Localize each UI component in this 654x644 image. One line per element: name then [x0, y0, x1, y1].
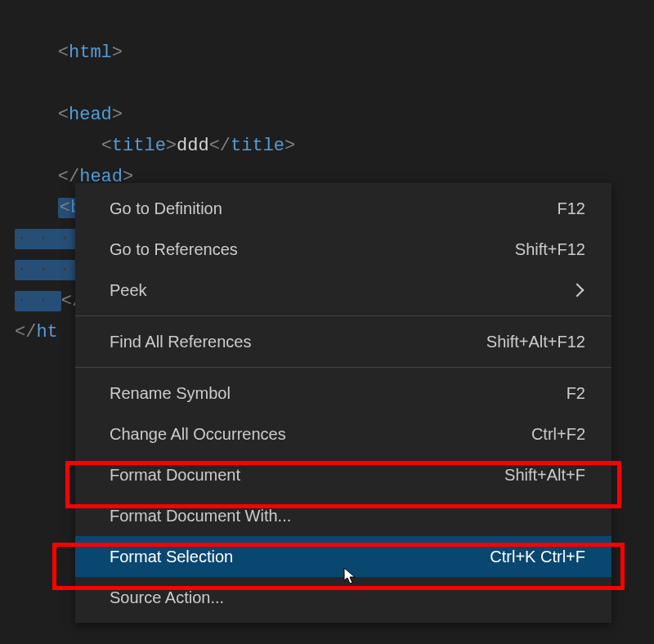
menu-rename-symbol[interactable]: Rename Symbol F2 — [75, 373, 611, 414]
angle-close: > — [166, 136, 177, 156]
menu-shortcut: F12 — [558, 199, 585, 218]
menu-label: Go to References — [110, 240, 238, 259]
menu-label: Rename Symbol — [110, 384, 231, 403]
menu-shortcut: F2 — [567, 384, 585, 403]
angle-close: > — [112, 105, 123, 125]
angle-open: < — [58, 105, 69, 125]
menu-shortcut: Shift+Alt+F — [504, 466, 585, 485]
code-line-3[interactable]: <title>ddd</title> — [0, 131, 654, 162]
tag-html: html — [69, 42, 112, 63]
tag-title: title — [112, 136, 166, 156]
menu-go-to-references[interactable]: Go to References Shift+F12 — [75, 229, 611, 270]
menu-go-to-definition[interactable]: Go to Definition F12 — [75, 188, 611, 229]
menu-shortcut: Ctrl+K Ctrl+F — [490, 548, 585, 566]
menu-label: Format Selection — [110, 548, 233, 566]
angle-open-close: </ — [209, 136, 231, 156]
indent — [15, 198, 58, 218]
menu-find-all-references[interactable]: Find All References Shift+Alt+F12 — [75, 321, 611, 362]
tag-title: title — [231, 136, 284, 156]
tag-head: head — [69, 105, 112, 125]
menu-format-selection[interactable]: Format Selection Ctrl+K Ctrl+F — [75, 536, 611, 577]
menu-shortcut: Shift+F12 — [515, 240, 585, 259]
title-text: ddd — [177, 136, 209, 156]
selection: · · — [15, 291, 61, 311]
angle-close: > — [284, 136, 295, 156]
menu-format-document-with[interactable]: Format Document With... — [75, 495, 611, 536]
menu-change-all-occurrences[interactable]: Change All Occurrences Ctrl+F2 — [75, 414, 611, 454]
menu-label: Go to Definition — [110, 199, 222, 218]
menu-label: Format Document With... — [110, 507, 291, 525]
menu-peek[interactable]: Peek — [75, 270, 611, 311]
menu-label: Change All Occurrences — [110, 425, 286, 444]
chevron-right-icon — [571, 284, 585, 297]
indent — [15, 105, 58, 125]
menu-shortcut: Ctrl+F2 — [531, 425, 585, 444]
menu-separator — [75, 367, 611, 368]
context-menu: Go to Definition F12 Go to References Sh… — [75, 183, 611, 623]
angle-open: < — [58, 42, 69, 63]
menu-shortcut: Shift+Alt+F12 — [486, 333, 585, 351]
menu-separator — [75, 315, 611, 316]
menu-source-action[interactable]: Source Action... — [75, 577, 611, 618]
indent — [15, 167, 58, 187]
indent — [15, 136, 101, 156]
menu-label: Find All References — [110, 333, 251, 351]
code-line-1[interactable]: <html> — [0, 7, 654, 100]
code-line-2[interactable]: <head> — [0, 100, 654, 131]
menu-format-document[interactable]: Format Document Shift+Alt+F — [75, 454, 611, 495]
angle-close: > — [112, 42, 123, 63]
menu-label: Peek — [110, 281, 147, 300]
menu-label: Source Action... — [110, 588, 224, 607]
tag-html-partial: ht — [36, 322, 57, 342]
angle-open: < — [101, 136, 112, 156]
menu-label: Format Document — [110, 466, 240, 485]
angle-open-close: </ — [15, 322, 36, 342]
